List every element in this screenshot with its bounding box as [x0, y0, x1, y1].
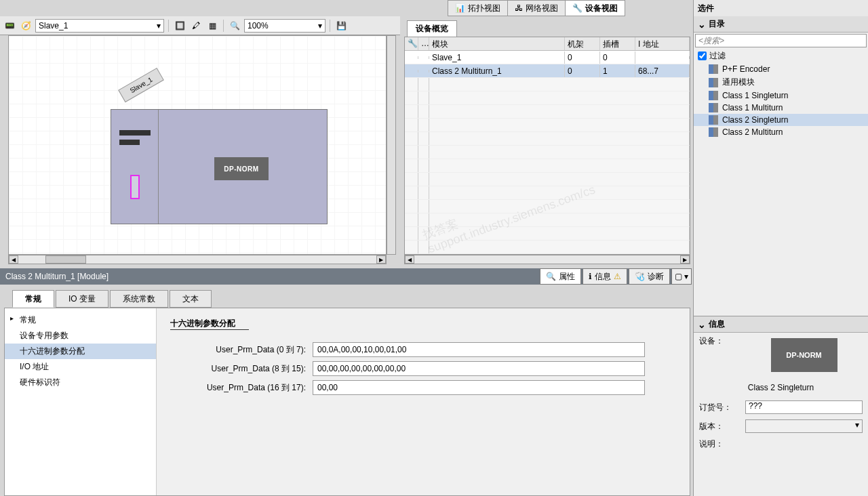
scroll-track[interactable] [414, 255, 680, 264]
scroll-thumb[interactable] [45, 255, 86, 264]
scroll-left-button[interactable]: ◀ [9, 255, 18, 264]
filter-checkbox[interactable] [698, 51, 707, 60]
user-prm-data-16-17[interactable] [313, 380, 645, 395]
zoom-fit-button[interactable]: 🔍 [228, 19, 241, 33]
tab-text[interactable]: 文本 [170, 290, 212, 308]
device-canvas[interactable]: Slave_1 DP-NORM [8, 35, 387, 255]
catalog-item[interactable]: Class 1 Multiturn [694, 102, 868, 114]
show-labels-button[interactable]: 🔲 [173, 19, 186, 33]
catalog-item[interactable]: Class 2 Singleturn [694, 114, 868, 126]
info-header[interactable]: 信息 [694, 316, 868, 333]
device-preview: DP-NORM [771, 338, 837, 372]
tab-general[interactable]: 常规 [12, 290, 54, 308]
properties-content: 十六进制参数分配 User_Prm_Data (0 到 7): User_Prm… [157, 308, 690, 495]
row-module: Slave_1 [429, 51, 565, 64]
device-selector[interactable]: Slave_1 [35, 19, 164, 33]
scroll-left-button[interactable]: ◀ [405, 255, 414, 264]
empty-row [405, 132, 690, 146]
row-expand [418, 70, 429, 73]
form-row: User_Prm_Data (8 到 15): [170, 361, 676, 376]
row-icon [405, 70, 418, 73]
filter-row: 过滤 [694, 49, 868, 63]
catalog-search-input[interactable]: <搜索> [695, 34, 867, 47]
nav-hw-id[interactable]: 硬件标识符 [5, 375, 156, 390]
catalog-item[interactable]: Class 2 Multiturn [694, 126, 868, 138]
nav-tree-button[interactable]: 🧭 [19, 19, 33, 33]
overview-hscrollbar[interactable]: ◀ ▶ [404, 255, 690, 264]
separator [168, 20, 169, 32]
catalog-header[interactable]: 目录 [694, 16, 868, 33]
warning-icon: ⚠ [614, 272, 621, 281]
nav-device-params[interactable]: 设备专用参数 [5, 328, 156, 344]
user-prm-data-8-15[interactable] [313, 361, 645, 376]
header-rack[interactable]: 机架 [565, 37, 600, 50]
selected-port[interactable] [130, 175, 140, 199]
show-device-button[interactable]: 📟 [3, 19, 16, 33]
tab-device-view[interactable]: 🔧设备视图 [565, 0, 625, 16]
zoom-selector[interactable]: 100% [244, 19, 326, 33]
version-label: 版本： [699, 421, 740, 432]
tab-topology-view[interactable]: 📊拓扑视图 [448, 0, 508, 16]
catalog-item-label: 通用模块 [722, 77, 755, 88]
panel-bar [119, 140, 140, 145]
module-icon [709, 64, 718, 74]
row-expand [418, 56, 429, 59]
header-icon-col: 🔧 [405, 37, 418, 50]
user-prm-data-0-7[interactable] [313, 342, 645, 357]
order-number-field[interactable]: ??? [745, 400, 863, 414]
properties-nav: 常规 设备专用参数 十六进制参数分配 I/O 地址 硬件标识符 [5, 308, 157, 495]
row-addr: 68...7 [635, 65, 690, 77]
tab-label: 属性 [559, 271, 575, 283]
device-module[interactable]: DP-NORM [111, 109, 328, 224]
tab-info[interactable]: ℹ信息⚠ [583, 268, 627, 285]
scroll-track[interactable] [18, 255, 376, 264]
window-controls[interactable]: ▢ ▾ [671, 268, 692, 285]
catalog-item-label: Class 2 Singleturn [722, 115, 788, 125]
header-expand-col: … [418, 37, 429, 50]
header-slot[interactable]: 插槽 [600, 37, 635, 50]
row-addr [635, 56, 690, 59]
tab-network-view[interactable]: 🖧网络视图 [507, 0, 566, 16]
row-module: Class 2 Multiturn_1 [429, 65, 565, 77]
scroll-right-button[interactable]: ▶ [376, 255, 386, 264]
info-title: 信息 [709, 318, 725, 330]
grid-button[interactable]: ▦ [205, 19, 219, 33]
empty-row [405, 200, 690, 213]
empty-row [405, 213, 690, 227]
section-title: 十六进制参数分配 [170, 318, 249, 330]
catalog-item-label: Class 2 Multiturn [722, 127, 783, 137]
nav-io-addresses[interactable]: I/O 地址 [5, 359, 156, 375]
catalog-panel: 目录 <搜索> 过滤 P+F Encoder 通用模块 Class 1 Sing… [693, 16, 868, 316]
tab-system-constants[interactable]: 系统常数 [110, 290, 168, 308]
header-module[interactable]: 模块 [429, 37, 565, 50]
empty-row [405, 173, 690, 186]
tab-device-overview[interactable]: 设备概览 [407, 20, 457, 37]
device-icon: 🔧 [572, 3, 583, 13]
catalog-item-label: P+F Encoder [722, 64, 770, 74]
highlight-button[interactable]: 🖍 [189, 19, 203, 33]
catalog-item[interactable]: P+F Encoder [694, 63, 868, 75]
scroll-right-button[interactable]: ▶ [680, 255, 690, 264]
tab-diagnostics[interactable]: 🩺诊断 [629, 268, 670, 285]
catalog-item[interactable]: Class 1 Singleturn [694, 89, 868, 102]
device-front-panel [111, 110, 159, 224]
order-label: 订货号： [699, 402, 740, 413]
tab-io-variables[interactable]: IO 变量 [56, 290, 108, 308]
device-overview-table: 🔧 … 模块 机架 插槽 I 地址 Slave_1 0 0 Class 2 Mu… [404, 37, 690, 255]
version-dropdown[interactable] [745, 419, 863, 433]
overview-row[interactable]: Class 2 Multiturn_1 0 1 68...7 [405, 64, 690, 78]
catalog-item[interactable]: 通用模块 [694, 75, 868, 89]
header-addr[interactable]: I 地址 [635, 37, 690, 50]
canvas-vscrollbar[interactable] [387, 35, 396, 255]
empty-row [405, 159, 690, 173]
save-layout-button[interactable]: 💾 [334, 19, 348, 33]
topology-icon: 📊 [455, 3, 465, 13]
overview-row[interactable]: Slave_1 0 0 [405, 51, 690, 64]
canvas-hscrollbar[interactable]: ◀ ▶ [8, 255, 387, 264]
tab-properties[interactable]: 🔍属性 [540, 268, 581, 285]
row-slot: 0 [600, 51, 635, 64]
diag-icon: 🩺 [635, 272, 645, 281]
nav-hex-params[interactable]: 十六进制参数分配 [5, 344, 156, 359]
separator [330, 20, 330, 32]
nav-general[interactable]: 常规 [5, 312, 156, 328]
